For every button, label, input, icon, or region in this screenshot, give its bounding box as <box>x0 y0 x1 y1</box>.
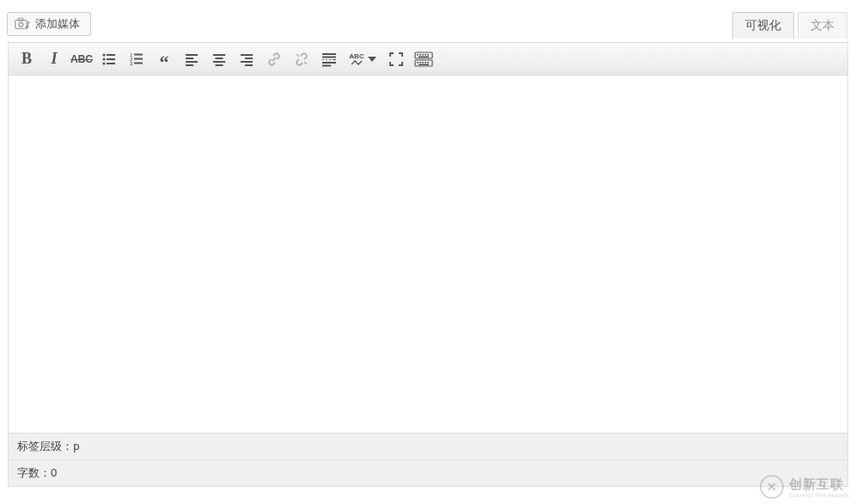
svg-rect-31 <box>322 56 336 58</box>
add-media-button[interactable]: 添加媒体 <box>7 12 91 36</box>
chevron-down-icon <box>368 57 376 62</box>
svg-rect-34 <box>327 59 329 60</box>
link-button[interactable] <box>261 46 287 72</box>
svg-point-8 <box>102 62 105 64</box>
svg-rect-36 <box>322 62 336 64</box>
svg-rect-7 <box>107 58 115 60</box>
bold-icon: B <box>21 50 32 68</box>
svg-rect-1 <box>19 18 23 21</box>
bullet-list-icon <box>101 52 117 67</box>
fullscreen-icon <box>388 52 404 67</box>
svg-rect-9 <box>107 63 115 64</box>
svg-line-29 <box>304 62 307 64</box>
svg-rect-22 <box>213 61 225 63</box>
editor-content-area[interactable] <box>9 76 847 433</box>
bold-button[interactable]: B <box>14 46 40 72</box>
svg-rect-44 <box>419 56 429 58</box>
unlink-icon <box>294 52 309 67</box>
svg-rect-0 <box>15 21 28 29</box>
svg-text:3: 3 <box>130 61 133 66</box>
svg-rect-48 <box>422 62 424 64</box>
svg-rect-16 <box>186 54 198 56</box>
svg-rect-11 <box>134 53 143 55</box>
insert-more-icon <box>321 52 338 67</box>
svg-rect-25 <box>245 58 253 59</box>
svg-rect-37 <box>322 64 331 66</box>
unlink-button[interactable] <box>289 46 315 72</box>
svg-rect-51 <box>419 64 429 65</box>
svg-point-6 <box>102 58 105 60</box>
watermark-logo-icon: ✕ <box>760 475 784 499</box>
toolbar-toggle-button[interactable] <box>411 46 437 72</box>
keyboard-toggle-icon <box>414 52 433 67</box>
svg-rect-19 <box>186 64 193 66</box>
align-left-icon <box>184 52 199 67</box>
tab-text[interactable]: 文本 <box>798 12 847 39</box>
svg-rect-42 <box>425 54 426 56</box>
italic-button[interactable]: I <box>41 46 67 72</box>
bullet-list-button[interactable] <box>96 46 122 72</box>
camera-music-icon <box>15 17 30 31</box>
svg-rect-17 <box>186 58 193 59</box>
svg-rect-35 <box>331 59 333 60</box>
editor-toolbar: B I ABC 1 <box>9 43 847 76</box>
svg-rect-33 <box>324 59 326 60</box>
svg-rect-39 <box>417 54 419 56</box>
svg-rect-47 <box>419 62 421 64</box>
spellcheck-dropdown[interactable]: ABC <box>344 46 382 72</box>
spellcheck-icon: ABC <box>349 53 364 65</box>
svg-rect-24 <box>241 54 253 56</box>
editor-status-bar: 标签层级：p 字数：0 <box>9 433 847 486</box>
svg-rect-13 <box>134 58 143 59</box>
link-icon <box>266 52 282 67</box>
svg-rect-43 <box>427 54 429 56</box>
italic-icon: I <box>51 50 57 68</box>
align-right-button[interactable] <box>234 46 260 72</box>
blockquote-icon: “ <box>160 53 169 65</box>
svg-rect-27 <box>245 64 253 66</box>
strikethrough-button[interactable]: ABC <box>69 46 95 72</box>
status-path-label: 标签层级： <box>17 440 73 452</box>
watermark-brand: 创新互联 <box>789 477 844 491</box>
svg-rect-46 <box>417 62 419 64</box>
numbered-list-icon: 1 2 3 <box>129 52 144 67</box>
tab-visual[interactable]: 可视化 <box>732 12 794 39</box>
svg-line-28 <box>297 54 299 57</box>
align-left-button[interactable] <box>179 46 205 72</box>
svg-rect-49 <box>425 62 426 64</box>
svg-rect-21 <box>216 58 223 59</box>
svg-rect-5 <box>107 54 115 56</box>
svg-rect-20 <box>213 54 225 56</box>
insert-more-button[interactable] <box>316 46 342 72</box>
svg-point-2 <box>19 22 23 27</box>
svg-rect-15 <box>134 62 143 64</box>
status-wordcount-value: 0 <box>51 466 57 479</box>
status-path-row: 标签层级：p <box>9 434 847 460</box>
blockquote-button[interactable]: “ <box>151 46 177 72</box>
add-media-label: 添加媒体 <box>35 16 80 32</box>
status-wordcount-label: 字数： <box>17 466 51 479</box>
watermark: ✕ 创新互联 CHUANG XIN HULIAN <box>760 475 849 499</box>
align-right-icon <box>239 52 254 67</box>
watermark-sub: CHUANG XIN HULIAN <box>789 493 849 498</box>
strikethrough-icon: ABC <box>70 53 93 65</box>
svg-point-4 <box>102 53 105 56</box>
svg-rect-18 <box>186 61 198 63</box>
svg-rect-26 <box>241 61 253 63</box>
fullscreen-button[interactable] <box>383 46 409 72</box>
editor-top-row: 添加媒体 可视化 文本 <box>0 0 856 42</box>
svg-rect-50 <box>427 62 429 64</box>
numbered-list-button[interactable]: 1 2 3 <box>124 46 150 72</box>
editor-container: B I ABC 1 <box>8 42 848 487</box>
status-path-value[interactable]: p <box>73 440 80 452</box>
svg-rect-41 <box>422 54 424 56</box>
svg-rect-23 <box>216 64 223 66</box>
svg-rect-30 <box>322 53 336 55</box>
svg-rect-40 <box>419 54 421 56</box>
status-wordcount-row: 字数：0 <box>9 460 847 486</box>
align-center-button[interactable] <box>206 46 232 72</box>
editor-tabs: 可视化 文本 <box>732 12 847 39</box>
align-center-icon <box>211 52 227 67</box>
